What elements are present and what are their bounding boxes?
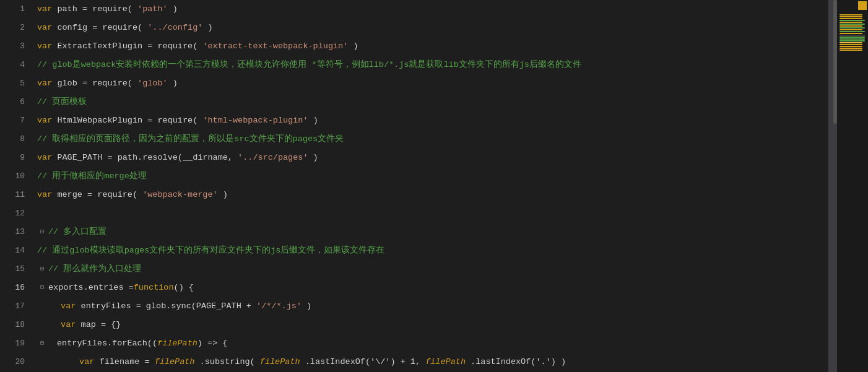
token-var: var [37,4,52,14]
minimap-line [840,37,865,38]
minimap-line [840,25,862,27]
token-id-17: entryFiles = glob.sync(PAGE_PATH + [81,301,257,311]
fold-icon-19[interactable]: ⊟ [37,339,47,348]
line-number-12: 12 [0,204,31,223]
code-line-1-content: var path = require( 'path' ) [37,0,178,19]
minimap-line [840,31,865,32]
token-id-2: config = require( [57,23,142,32]
token-str-17: '/*/*.js' [256,301,302,311]
code-line-14-content: // 通过glob模块读取pages文件夹下的所有对应文件夹下的js后缀文件，如… [37,241,384,260]
code-line-5-content: var glob = require( 'glob' ) [37,74,178,93]
token-exports-16: exports [48,279,84,297]
token-var-18: var [61,320,76,329]
line-number-20: 20 [0,353,31,371]
token-id: path = require( [57,4,132,14]
token-id-19: entryFiles.forEach(( [57,334,157,353]
token-paren-9: ) [313,153,318,162]
token-filepath3-20: filePath [425,357,466,366]
token-id-20: filename = [100,357,155,366]
token-comment-8: // 取得相应的页面路径，因为之前的配置，所以是src文件夹下的pages文件夹 [37,130,344,149]
minimap-line [840,46,862,47]
minimap-line [840,40,865,41]
code-line-2: var config = require( '../config' ) [31,19,828,37]
fold-icon-15[interactable]: ⊟ [37,264,47,274]
minimap-line [840,35,866,36]
line-number-5: 5 [0,74,31,93]
token-var-5: var [37,79,52,88]
token-id-3: ExtractTextPlugin = require( [57,41,197,51]
token-id-18: map = {} [81,320,121,329]
code-line-2-content: var config = require( '../config' ) [37,19,213,37]
code-line-19: ⊟ entryFiles.forEach(( filePath ) => { [31,334,828,353]
token-comment-6: // 页面模板 [37,93,87,111]
token-comment-15: // 那么就作为入口处理 [48,260,141,279]
scrollbar[interactable] [828,0,837,372]
code-line-15: ⊟ // 那么就作为入口处理 [31,260,828,279]
token-comment-14: // 通过glob模块读取pages文件夹下的所有对应文件夹下的js后缀文件，如… [37,246,384,255]
code-line-11: var merge = require( 'webpack-merge' ) [31,186,828,204]
token-id-5: glob = require( [57,79,132,88]
token-str-11: 'webpack-merge' [142,190,218,199]
minimap-line [840,48,862,49]
minimap [837,0,868,372]
code-line-17-content: var entryFiles = glob.sync(PAGE_PATH + '… [37,297,311,316]
token-var-9: var [37,153,52,162]
minimap-line [840,22,862,23]
minimap-line [840,20,865,21]
token-paren-3: ) [353,41,358,51]
token-sub2-20: .lastIndexOf('\/') + 1, [305,357,425,366]
line-number-3: 3 [0,37,31,56]
code-line-16: ⊟ exports .entries = function () { [31,279,828,297]
code-line-17: var entryFiles = glob.sync(PAGE_PATH + '… [31,297,828,316]
fold-icon-13[interactable]: ⊟ [37,227,47,237]
code-line-10: // 用于做相应的merge处理 [31,167,828,186]
line-number-6: 6 [0,93,31,111]
code-line-13: ⊟ // 多入口配置 [31,223,828,241]
code-line-3-content: var ExtractTextPlugin = require( 'extrac… [37,37,358,56]
token-filepath2-20: filePath [260,357,300,366]
code-line-20: var filename = filePath .substring( file… [31,353,828,371]
code-line-9-content: var PAGE_PATH = path.resolve(__dirname, … [37,149,318,167]
line-number-15: 15 [0,260,31,279]
code-line-7: var HtmlWebpackPlugin = require( 'html-w… [31,111,828,130]
token-paren-17: ) [306,301,311,311]
token-paren-5: ) [173,79,178,88]
token-paren-2: ) [208,23,213,32]
code-line-18-content: var map = {} [37,316,121,334]
line-numbers: 1 2 3 4 5 6 7 8 9 10 11 12 13 14 15 16 1… [0,0,31,372]
minimap-line [840,18,862,19]
minimap-line [840,27,865,28]
token-var-7: var [37,116,52,125]
token-id-7: HtmlWebpackPlugin = require( [57,116,197,125]
token-filepath1-20: filePath [155,357,195,366]
line-number-11: 11 [0,186,31,204]
fold-icon-16[interactable]: ⊟ [37,283,47,293]
token-arrow-19: ) => { [197,334,228,353]
minimap-line [840,42,862,43]
token-paren: ) [173,4,178,14]
token-comment-4: // glob是webpack安装时依赖的一个第三方模块，还模块允许你使用 *等… [37,56,581,74]
code-area[interactable]: var path = require( 'path' ) var config … [31,0,828,372]
code-line-6: // 页面模板 [31,93,828,111]
code-line-8: // 取得相应的页面路径，因为之前的配置，所以是src文件夹下的pages文件夹 [31,130,828,149]
token-close-20: ) [561,357,566,366]
line-number-14: 14 [0,241,31,260]
token-var-17: var [61,301,76,311]
minimap-current-indicator [858,1,867,10]
line-number-17: 17 [0,297,31,316]
token-id-9: PAGE_PATH = path.resolve(__dirname, [57,153,238,162]
token-var-2: var [37,23,52,32]
token-paren-7: ) [313,116,318,125]
token-rest-16: () { [174,279,194,297]
code-line-7-content: var HtmlWebpackPlugin = require( 'html-w… [37,111,318,130]
code-line-12 [31,204,828,223]
code-line-20-content: var filename = filePath .substring( file… [37,353,566,371]
minimap-line [840,44,862,45]
line-number-18: 18 [0,316,31,334]
token-id-11: merge = require( [57,190,137,199]
code-line-1: var path = require( 'path' ) [31,0,828,19]
code-line-18: var map = {} [31,316,828,334]
token-paren-11: ) [223,190,228,199]
token-sub3-20: .lastIndexOf('.') [471,357,556,366]
minimap-line [840,24,865,25]
